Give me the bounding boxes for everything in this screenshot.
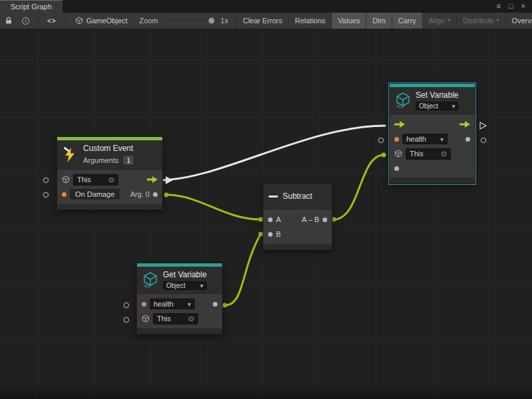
carry-toggle[interactable]: Carry [392, 13, 422, 29]
wire-flow-customevent-to-setvariable[interactable] [160, 126, 385, 180]
window-close-icon[interactable]: × [521, 3, 525, 10]
arg0-output-port[interactable] [153, 192, 158, 197]
flow-output-port[interactable] [460, 121, 470, 128]
wire-endpoint [223, 303, 227, 308]
chevron-down-icon: ▾ [452, 102, 455, 110]
dim-toggle[interactable]: Dim [366, 13, 392, 29]
unconnected-input-port[interactable] [378, 138, 383, 142]
port-label-a-minus-b: A – B [302, 215, 319, 223]
chevron-down-icon: ▾ [497, 18, 499, 23]
variable-kind-dropdown[interactable]: Object ▾ [416, 102, 458, 110]
wire-getvariable-to-subtract-b[interactable] [225, 234, 261, 305]
node-row [390, 161, 475, 176]
info-icon[interactable]: i [17, 13, 34, 29]
window-maximize-icon[interactable]: □ [509, 3, 513, 10]
align-dropdown[interactable]: Align ▾ [422, 13, 456, 29]
value-output-port[interactable] [466, 137, 470, 142]
node-footer [263, 244, 332, 249]
node-row: health ▾ [390, 132, 475, 146]
target-dropdown[interactable]: This ⊙ [73, 174, 118, 186]
unconnected-flow-output-icon[interactable] [480, 122, 486, 129]
variable-name-input-port[interactable] [142, 302, 146, 307]
subtract-icon [269, 196, 278, 198]
unconnected-input-port[interactable] [124, 317, 128, 322]
node-row: This ⊙ [390, 146, 475, 161]
node-row: A A – B [263, 212, 332, 227]
node-row: This ⊙ [57, 172, 162, 187]
variable-name-input-port[interactable] [394, 137, 399, 142]
svg-text:<>: <> [144, 283, 152, 288]
node-footer [390, 178, 475, 184]
chevron-down-icon: ▾ [440, 136, 444, 143]
window-menu-icon[interactable]: ≡ [496, 3, 500, 10]
input-port-b[interactable] [268, 232, 273, 237]
custom-event-icon [63, 147, 78, 163]
flow-wire-arrow-icon [166, 176, 173, 184]
relations-button[interactable]: Relations [288, 13, 331, 29]
wire-arg0-to-subtract-a[interactable] [166, 195, 261, 219]
tab-bar-spacer [63, 0, 490, 13]
node-row: health ▾ [137, 297, 222, 311]
cube-icon [62, 176, 70, 184]
flow-output-port[interactable] [147, 176, 158, 183]
wire-subtract-to-setvariable[interactable] [334, 155, 384, 219]
values-toggle[interactable]: Values [331, 13, 366, 29]
window-tab-bar: Script Graph ≡ □ × [0, 0, 532, 13]
node-custom-event[interactable]: Custom Event Arguments 1 This ⊙ [57, 136, 163, 210]
node-title: Get Variable [163, 270, 207, 279]
port-label-b: B [276, 230, 281, 238]
zoom-label: Zoom [139, 17, 158, 25]
gameobject-picker[interactable]: GameObject [70, 17, 133, 25]
cube-icon [75, 17, 83, 25]
graph-canvas[interactable]: Custom Event Arguments 1 This ⊙ [0, 29, 532, 399]
node-subtract[interactable]: Subtract A A – B B [263, 183, 332, 250]
tab-script-graph[interactable]: Script Graph [0, 0, 63, 13]
target-icon: ⊙ [441, 150, 447, 158]
node-get-variable[interactable]: <> Get Variable Object ▾ health ▾ [136, 263, 223, 334]
chevron-down-icon: ▾ [188, 301, 191, 308]
unconnected-input-port[interactable] [124, 303, 128, 307]
wire-endpoint [382, 153, 386, 158]
variable-kind-dropdown[interactable]: Object ▾ [163, 281, 207, 290]
node-footer [137, 329, 222, 334]
distribute-dropdown[interactable]: Distribute ▾ [456, 13, 505, 29]
output-port-result[interactable] [323, 217, 327, 222]
node-footer [57, 204, 162, 209]
cube-icon [142, 315, 150, 323]
wire-endpoint [164, 193, 169, 198]
variable-name-dropdown[interactable]: health ▾ [150, 299, 195, 309]
target-icon: ⊙ [188, 315, 194, 323]
variable-icon: <> [142, 272, 158, 288]
arguments-input[interactable]: 1 [122, 155, 134, 166]
variable-icon: <> [395, 92, 411, 108]
lock-icon[interactable] [0, 13, 17, 29]
value-output-port[interactable] [213, 302, 217, 307]
zoom-slider-handle[interactable] [208, 17, 215, 24]
event-name-label: On Damage [70, 189, 120, 200]
chevron-down-icon: ▾ [200, 282, 203, 289]
node-row: B [263, 227, 332, 241]
new-value-input-port[interactable] [394, 166, 399, 171]
node-set-variable[interactable]: <> Set Variable Object ▾ [389, 83, 475, 184]
tab-label: Script Graph [11, 3, 52, 11]
event-input-port[interactable] [62, 192, 66, 197]
input-port-a[interactable] [268, 217, 273, 222]
flow-input-port[interactable] [394, 121, 405, 128]
zoom-slider[interactable] [163, 17, 216, 25]
chevron-down-icon: ▾ [448, 18, 450, 23]
unconnected-input-port[interactable] [43, 192, 48, 197]
target-dropdown[interactable]: This ⊙ [153, 313, 198, 325]
code-icon[interactable]: <> [43, 13, 61, 29]
overview-button[interactable]: Overview [505, 13, 532, 29]
node-row: This ⊙ [137, 311, 222, 326]
unconnected-input-port[interactable] [43, 178, 48, 182]
target-dropdown[interactable]: This ⊙ [406, 148, 451, 160]
node-row [390, 117, 475, 132]
node-header: Custom Event Arguments 1 [57, 140, 162, 170]
arg0-label: Arg. 0 [130, 190, 150, 198]
svg-text:<>: <> [397, 103, 404, 108]
clear-errors-button[interactable]: Clear Errors [236, 13, 288, 29]
unconnected-output-port[interactable] [481, 138, 485, 142]
variable-name-dropdown[interactable]: health ▾ [402, 134, 448, 144]
node-row: On Damage Arg. 0 [57, 187, 162, 201]
